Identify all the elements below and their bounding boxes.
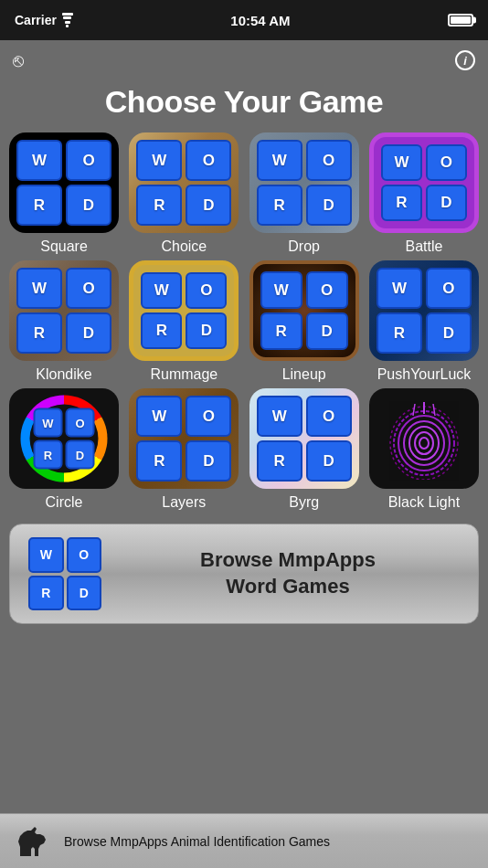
tile-w: W xyxy=(136,140,182,181)
word-grid-byrg: W O R D xyxy=(249,388,359,489)
tile-o: O xyxy=(186,140,231,181)
btn-tile-o: O xyxy=(67,537,102,573)
game-label-circle: Circle xyxy=(46,494,83,511)
game-label-battle: Battle xyxy=(406,238,443,255)
word-grid-drop: W O R D xyxy=(249,132,359,233)
browse-mmpapps-button[interactable]: W O R D Browse MmpAppsWord Games xyxy=(9,524,479,624)
battery-fill xyxy=(451,16,471,24)
game-item-choice[interactable]: W O R D Choice xyxy=(129,132,239,255)
game-item-klondike[interactable]: W O R D Klondike xyxy=(9,260,119,383)
game-thumb-drop: W O R D xyxy=(249,132,359,233)
game-item-battle[interactable]: W O R D Battle xyxy=(369,132,479,255)
browse-btn-tiles: W O R D xyxy=(28,537,101,610)
game-row-1: W O R D Square W O R D Choice xyxy=(9,132,479,255)
tile-d: D xyxy=(186,185,231,226)
tile-o: O xyxy=(186,272,227,309)
game-item-drop[interactable]: W O R D Drop xyxy=(249,132,359,255)
game-thumb-pushyourluck: W O R D xyxy=(369,260,479,361)
tile-w: W xyxy=(257,396,302,437)
svg-line-8 xyxy=(413,404,415,416)
tile-r: R xyxy=(16,312,62,354)
info-icon[interactable]: i xyxy=(455,50,475,70)
tile-w: W xyxy=(257,140,302,181)
tile-r: R xyxy=(377,312,422,354)
tile-w: W xyxy=(16,140,62,181)
game-thumb-lineup: W O R D xyxy=(249,260,359,361)
share-icon[interactable]: ⎋ xyxy=(13,50,24,71)
svg-point-6 xyxy=(390,407,458,480)
tile-r: R xyxy=(34,440,63,470)
game-item-rummage[interactable]: W O R D Rummage xyxy=(129,260,239,383)
game-row-3: W O R D Circle W O R D xyxy=(9,388,479,511)
svg-point-4 xyxy=(398,416,450,471)
game-thumb-square: W O R D xyxy=(9,132,119,233)
game-thumb-klondike: W O R D xyxy=(9,260,119,361)
carrier-label: Carrier xyxy=(15,13,57,27)
battery-icon xyxy=(448,14,473,26)
bottom-banner[interactable]: Browse MmpApps Animal Identification Gam… xyxy=(0,813,488,868)
tile-r: R xyxy=(381,185,422,221)
tile-o: O xyxy=(66,268,111,309)
game-thumb-choice: W O R D xyxy=(129,132,239,233)
game-label-square: Square xyxy=(40,238,88,255)
word-grid-klondike: W O R D xyxy=(9,260,119,361)
game-item-blacklight[interactable]: Black Light xyxy=(369,388,479,511)
tile-o: O xyxy=(186,396,231,437)
status-bar: Carrier 10:54 AM xyxy=(0,0,488,40)
game-label-blacklight: Black Light xyxy=(388,494,460,511)
tile-d: D xyxy=(306,312,348,350)
word-grid-square: W O R D xyxy=(9,132,119,233)
tile-r: R xyxy=(136,185,182,226)
game-item-circle[interactable]: W O R D Circle xyxy=(9,388,119,511)
game-item-layers[interactable]: W O R D Layers xyxy=(129,388,239,511)
tile-r: R xyxy=(257,185,302,226)
game-thumb-byrg: W O R D xyxy=(249,388,359,489)
svg-line-9 xyxy=(433,404,435,416)
tile-o: O xyxy=(306,271,348,309)
bottom-banner-text: Browse MmpApps Animal Identification Gam… xyxy=(64,834,330,849)
btn-tile-r: R xyxy=(28,576,64,611)
tile-w: W xyxy=(141,272,182,309)
tile-r: R xyxy=(141,312,182,349)
game-item-square[interactable]: W O R D Square xyxy=(9,132,119,255)
tile-o: O xyxy=(306,140,352,181)
game-label-layers: Layers xyxy=(162,494,206,511)
tile-o: O xyxy=(66,408,95,438)
status-time: 10:54 AM xyxy=(230,13,290,28)
tile-r: R xyxy=(16,185,62,226)
word-grid-pushyourluck: W O R D xyxy=(369,260,479,361)
game-item-lineup[interactable]: W O R D Lineup xyxy=(249,260,359,383)
tile-d: D xyxy=(306,185,352,226)
horse-icon xyxy=(13,821,53,862)
game-thumb-circle: W O R D xyxy=(9,388,119,489)
tile-r: R xyxy=(136,440,182,482)
game-label-choice: Choice xyxy=(161,238,207,255)
browse-btn-text: Browse MmpAppsWord Games xyxy=(116,547,460,599)
svg-point-1 xyxy=(415,432,433,454)
tile-d: D xyxy=(66,312,111,354)
tile-d: D xyxy=(186,312,227,349)
tile-r: R xyxy=(257,440,302,482)
btn-tile-d: D xyxy=(67,576,102,611)
fingerprint-svg xyxy=(387,397,461,480)
tile-d: D xyxy=(426,312,472,354)
tile-w: W xyxy=(16,268,62,309)
tile-d: D xyxy=(66,440,95,470)
tile-w: W xyxy=(377,268,422,309)
game-thumb-battle: W O R D xyxy=(369,132,479,233)
game-item-byrg[interactable]: W O R D Byrg xyxy=(249,388,359,511)
tile-o: O xyxy=(426,144,467,181)
game-label-pushyourluck: PushYourLuck xyxy=(377,366,472,383)
btn-tile-w: W xyxy=(28,537,64,573)
game-label-lineup: Lineup xyxy=(282,366,326,383)
page-title: Choose Your Game xyxy=(0,80,488,132)
tile-w: W xyxy=(260,271,302,309)
game-label-drop: Drop xyxy=(288,238,320,255)
game-item-pushyourluck[interactable]: W O R D PushYourLuck xyxy=(369,260,479,383)
tile-o: O xyxy=(66,140,111,181)
word-grid-rummage: W O R D xyxy=(133,265,234,356)
tile-d: D xyxy=(426,185,467,221)
tile-r: R xyxy=(260,312,302,350)
browse-btn-container: W O R D Browse MmpAppsWord Games xyxy=(9,524,479,624)
word-grid-battle: W O R D xyxy=(374,137,474,228)
